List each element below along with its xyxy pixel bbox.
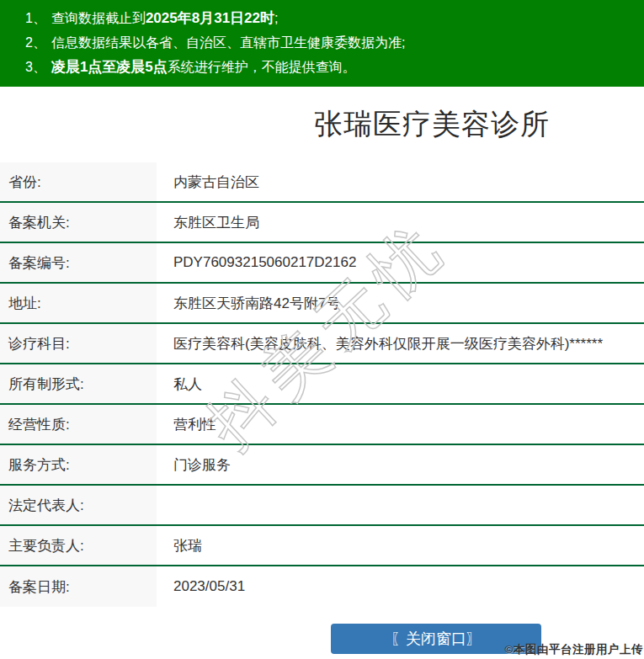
notice-line-2: 2、信息数据结果以各省、自治区、直辖市卫生健康委数据为准;	[25, 30, 636, 55]
notice-text: ;	[274, 11, 278, 25]
notice-number: 2、	[25, 35, 46, 50]
field-value: 医疗美容科(美容皮肤科、美容外科仅限开展一级医疗美容外科)******	[157, 324, 644, 363]
notice-line-1: 1、查询数据截止到2025年8月31日22时;	[25, 6, 636, 30]
field-value: PDY76093215060217D2162	[157, 243, 644, 282]
field-value: 内蒙古自治区	[157, 162, 644, 201]
table-row-legal-representative: 法定代表人:	[0, 486, 644, 526]
notice-number: 3、	[25, 60, 46, 74]
close-window-button[interactable]: 〖关闭窗口〗	[331, 624, 541, 654]
field-label: 备案编号:	[0, 243, 157, 282]
table-row-registration-authority: 备案机关: 东胜区卫生局	[0, 203, 644, 243]
notice-text: 查询数据截止到	[51, 11, 146, 25]
field-label: 法定代表人:	[0, 486, 157, 524]
field-value: 东胜区天骄南路42号附7号	[157, 284, 644, 322]
table-row-service-mode: 服务方式: 门诊服务	[0, 445, 644, 486]
field-label: 备案日期:	[0, 566, 157, 607]
notice-banner: 1、查询数据截止到2025年8月31日22时; 2、信息数据结果以各省、自治区、…	[0, 0, 644, 87]
button-area: 〖关闭窗口〗	[0, 624, 644, 654]
field-value: 2023/05/31	[157, 566, 644, 607]
field-value: 私人	[157, 364, 644, 403]
field-value	[157, 486, 644, 524]
field-label: 地址:	[0, 284, 157, 322]
page-title: 张瑞医疗美容诊所	[314, 105, 550, 144]
notice-number: 1、	[25, 11, 46, 25]
table-row-medical-subjects: 诊疗科目: 医疗美容科(美容皮肤科、美容外科仅限开展一级医疗美容外科)*****…	[0, 324, 644, 364]
field-value: 张瑞	[157, 526, 644, 565]
field-label: 经营性质:	[0, 405, 157, 444]
field-label: 服务方式:	[0, 445, 157, 484]
info-table: 省份: 内蒙古自治区 备案机关: 东胜区卫生局 备案编号: PDY7609321…	[0, 162, 644, 607]
field-label: 备案机关:	[0, 203, 157, 242]
title-section: 张瑞医疗美容诊所	[0, 87, 644, 162]
table-row-ownership-form: 所有制形式: 私人	[0, 364, 644, 405]
table-row-province: 省份: 内蒙古自治区	[0, 162, 644, 203]
table-row-registration-number: 备案编号: PDY76093215060217D2162	[0, 243, 644, 284]
field-value: 东胜区卫生局	[157, 203, 644, 242]
table-row-address: 地址: 东胜区天骄南路42号附7号	[0, 284, 644, 324]
notice-text-bold: 2025年8月31日22时	[146, 10, 274, 26]
field-label: 主要负责人:	[0, 526, 157, 565]
field-value: 营利性	[157, 405, 644, 444]
table-row-registration-date: 备案日期: 2023/05/31	[0, 566, 644, 607]
table-row-principal: 主要负责人: 张瑞	[0, 526, 644, 566]
notice-text-bold: 凌晨1点至凌晨5点	[51, 59, 168, 75]
notice-text: 信息数据结果以各省、自治区、直辖市卫生健康委数据为准;	[51, 35, 405, 50]
notice-text: 系统进行维护，不能提供查询。	[168, 60, 356, 74]
notice-line-3: 3、凌晨1点至凌晨5点系统进行维护，不能提供查询。	[25, 55, 636, 79]
field-label: 省份:	[0, 162, 157, 201]
field-label: 诊疗科目:	[0, 324, 157, 363]
field-value: 门诊服务	[157, 445, 644, 484]
table-row-business-nature: 经营性质: 营利性	[0, 405, 644, 445]
field-label: 所有制形式:	[0, 364, 157, 403]
